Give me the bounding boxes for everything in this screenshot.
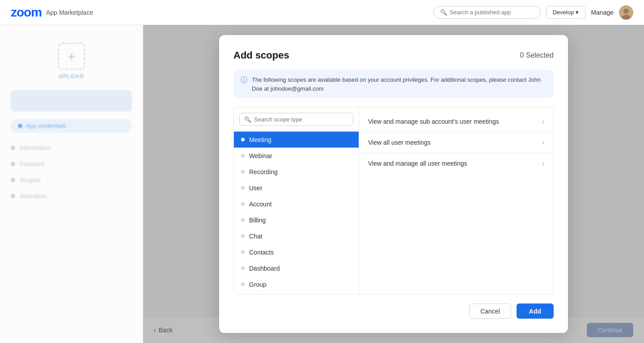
scope-dot [241,202,245,206]
add-button[interactable]: Add [517,304,554,319]
sidebar-item-features[interactable]: Features [11,156,132,172]
scope-item-dashboard[interactable]: Dashboard [234,260,359,276]
scope-dot [241,170,245,174]
upload-icon[interactable]: ＋ [58,43,85,70]
modal-title: Add scopes [233,50,289,61]
scope-item-webinar[interactable]: Webinar [234,148,359,164]
scope-dot [241,251,245,254]
nav-dot [11,178,15,182]
marketplace-label: App Marketplace [46,9,93,16]
scope-search-input[interactable] [254,116,348,123]
scope-dot [241,234,245,238]
scope-option-2[interactable]: View and manage all user meetings › [359,153,553,174]
scope-item-billing[interactable]: Billing [234,212,359,228]
scope-search-area: 🔍 [234,108,359,132]
nav-dot [11,162,15,166]
nav-label: Features [20,160,44,167]
sidebar-item-information[interactable]: Information [11,140,132,156]
info-icon: ⓘ [241,76,247,84]
app-cred-dot [18,124,22,128]
scope-dot [241,154,245,158]
nav-dot [11,194,15,198]
page-area: Add scopes 0 Selected ⓘ The following sc… [143,25,644,343]
zoom-logo: zoom [11,5,42,20]
scope-option-label: View and manage sub account's user meeti… [368,118,499,125]
info-banner: ⓘ The following scopes are available bas… [233,70,554,98]
scope-dot [241,283,245,286]
modal-header: Add scopes 0 Selected [233,50,554,61]
scope-item-chat[interactable]: Chat [234,228,359,244]
app-cred-text: App credentials [26,122,66,129]
scope-item-label: Group [249,281,267,288]
develop-button[interactable]: Develop ▾ [546,6,586,19]
scope-item-label: Chat [249,233,263,240]
scope-item-label: Billing [249,217,266,224]
scope-option-label: View all user meetings [368,139,431,146]
nav-label: Activation [20,192,47,200]
nav-dot [11,146,15,150]
svg-point-1 [623,8,629,14]
scope-option-label: View and manage all user meetings [368,160,467,167]
scope-dot [241,218,245,222]
scope-item-meeting[interactable]: Meeting [234,132,359,148]
info-text: The following scopes are available based… [252,75,547,93]
scope-search-wrap[interactable]: 🔍 [239,113,353,126]
scope-item-contacts[interactable]: Contacts [234,244,359,260]
cancel-button[interactable]: Cancel [469,304,511,319]
app-search-input[interactable] [450,9,534,16]
navbar-right: 🔍 Develop ▾ Manage [433,5,633,20]
app-search-bar[interactable]: 🔍 [433,6,541,19]
navbar: zoom App Marketplace 🔍 Develop ▾ Manage [0,0,644,25]
modal-footer: Cancel Add [233,304,554,319]
search-icon: 🔍 [440,9,447,16]
manage-link[interactable]: Manage [591,9,614,16]
scope-dot [241,138,245,142]
upload-label: UPLOAD [59,73,84,79]
scope-item-label: User [249,184,263,192]
scope-detail-panel: View and manage sub account's user meeti… [359,108,553,294]
selected-count: 0 Selected [520,51,554,59]
scope-option-0[interactable]: View and manage sub account's user meeti… [359,111,553,132]
avatar[interactable] [619,5,633,20]
scope-item-label: Contacts [249,249,274,256]
scope-option-1[interactable]: View all user meetings › [359,132,553,153]
scope-item-user[interactable]: User [234,180,359,196]
add-scopes-modal: Add scopes 0 Selected ⓘ The following sc… [219,35,568,333]
scope-item-label: Webinar [249,152,272,159]
nav-label: Scopes [20,176,41,184]
sidebar-item-app-credentials[interactable]: App credentials [11,119,132,133]
scope-dot [241,186,245,190]
chevron-right-icon: › [542,138,544,146]
scope-items-list: Meeting Webinar Recording User [234,132,359,294]
scope-item-account[interactable]: Account [234,196,359,212]
chevron-right-icon: › [542,159,544,167]
scope-list-panel: 🔍 Meeting Webinar [234,108,359,294]
scope-item-label: Meeting [249,136,271,143]
sidebar-item-scopes[interactable]: Scopes [11,172,132,188]
scope-dot [241,267,245,270]
nav-label: Information [20,144,51,151]
main-content: ＋ UPLOAD App credentials Information Fea… [0,25,644,343]
scope-item-label: Account [249,201,272,208]
sidebar-item-activation[interactable]: Activation [11,188,132,204]
chevron-down-icon: ▾ [576,9,579,16]
modal-body: 🔍 Meeting Webinar [233,107,554,295]
develop-label: Develop [553,9,574,16]
scope-item-recording[interactable]: Recording [234,164,359,180]
scope-item-label: Dashboard [249,265,280,272]
sidebar: ＋ UPLOAD App credentials Information Fea… [0,25,143,343]
search-icon: 🔍 [244,116,251,123]
logo-area: zoom App Marketplace [11,5,93,20]
scope-item-group[interactable]: Group [234,276,359,293]
scope-item-label: Recording [249,168,278,176]
chevron-right-icon: › [542,117,544,125]
